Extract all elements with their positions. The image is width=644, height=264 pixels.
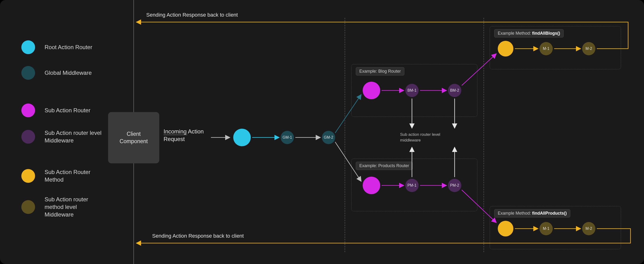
legend-row-root-router: Root Action Router (21, 40, 106, 54)
blogs-method-mw-2: M-2 (582, 42, 596, 55)
legend-label: Sub Action Router (44, 107, 90, 114)
global-mw-node-2: GM-2 (322, 131, 335, 144)
legend-label: Global Middleware (44, 69, 92, 77)
client-component-box: Client Component (108, 112, 159, 163)
diagram-canvas: Root Action Router Global Middleware Sub… (0, 0, 644, 264)
products-router-node (363, 177, 380, 194)
products-method-mw-2: M-2 (582, 222, 596, 235)
legend-row-method: Sub Action Router Method (21, 168, 106, 184)
panel-label-prefix: Example Method: (498, 31, 532, 36)
incoming-request-label: Incoming Action Request (164, 128, 204, 143)
panel-label-name: findAllProducts() (532, 211, 567, 216)
circle-icon (21, 66, 35, 80)
blogs-method-node (498, 41, 514, 57)
legend-row-sub-router: Sub Action Router (21, 103, 106, 117)
circle-icon (21, 103, 35, 117)
products-method-mw-1: M-1 (540, 222, 553, 235)
region-divider-2 (484, 18, 484, 252)
legend-row-global-mw: Global Middleware (21, 66, 106, 80)
panel-label: Example: Blog Router (356, 67, 404, 75)
legend-row-method-mw: Sub Action router method level Middlewar… (21, 196, 106, 219)
node-label: BM-2 (450, 88, 459, 93)
panel-label: Example: Products Router (356, 162, 413, 170)
products-mw-node-2: PM-2 (448, 179, 461, 192)
node-label: GM-1 (282, 135, 292, 140)
legend-label: Root Action Router (44, 43, 92, 51)
response-bottom-label: Sending Action Response back to client (152, 233, 244, 239)
circle-icon (21, 40, 35, 54)
legend: Root Action Router Global Middleware Sub… (21, 40, 106, 242)
panel-label-prefix: Example Method: (498, 211, 532, 216)
node-label: PM-2 (450, 183, 459, 188)
panel-label-name: findAllBlogs() (532, 31, 560, 36)
legend-label: Sub Action Router Method (44, 168, 106, 184)
circle-icon (21, 130, 35, 144)
node-label: M-2 (586, 226, 592, 231)
legend-row-sub-router-mw: Sub Action router level Middleware (21, 129, 106, 145)
circle-icon (21, 169, 35, 183)
client-component-label: Client Component (120, 130, 148, 145)
panel-label-name: Products Router (378, 163, 409, 168)
region-divider-1 (345, 18, 345, 252)
node-label: BM-1 (408, 88, 416, 93)
node-label: GM-2 (324, 135, 333, 140)
legend-label: Sub Action router level Middleware (44, 129, 106, 145)
panel-label-prefix: Example: (359, 69, 378, 74)
blog-router-node (363, 82, 380, 99)
panel-label-prefix: Example: (359, 163, 378, 168)
blogs-method-mw-1: M-1 (540, 42, 553, 55)
blog-mw-node-1: BM-1 (405, 84, 418, 97)
response-top-label: Sending Action Response back to client (146, 12, 238, 18)
panel-label: Example Method: findAllProducts() (494, 209, 570, 217)
blog-mw-node-2: BM-2 (448, 84, 461, 97)
global-mw-node-1: GM-1 (281, 131, 294, 144)
root-router-node (233, 129, 251, 146)
mid-note: Sub action router level middleware (400, 132, 440, 143)
node-label: M-1 (543, 47, 550, 51)
node-label: M-2 (586, 47, 592, 51)
node-label: PM-1 (408, 183, 416, 188)
products-method-node (498, 221, 514, 236)
panel-label-name: Blog Router (378, 69, 401, 74)
node-label: M-1 (543, 226, 550, 231)
products-mw-node-1: PM-1 (405, 179, 418, 192)
legend-label: Sub Action router method level Middlewar… (44, 196, 106, 219)
panel-label: Example Method: findAllBlogs() (494, 29, 564, 38)
circle-icon (21, 200, 35, 214)
